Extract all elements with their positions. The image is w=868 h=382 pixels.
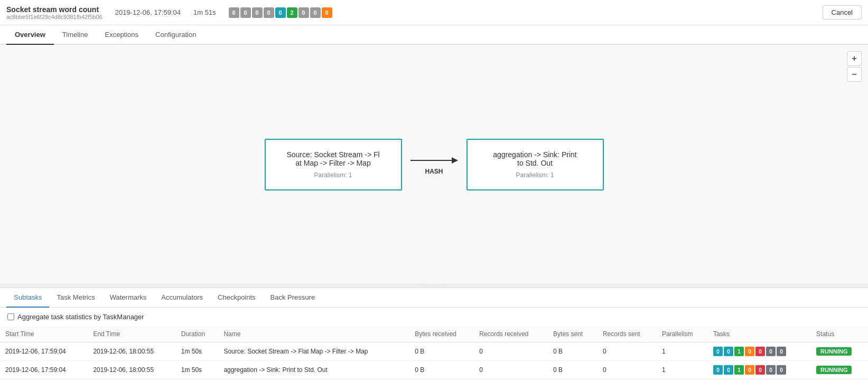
arrow-svg [410, 154, 458, 167]
mini-badge: 0 [724, 347, 733, 356]
tab-configuration[interactable]: Configuration [147, 25, 204, 45]
mini-badge: 0 [745, 365, 754, 375]
tab-exceptions[interactable]: Exceptions [96, 25, 147, 45]
mini-badge: 0 [724, 365, 733, 375]
mini-badge: 0 [766, 365, 776, 375]
cell-status: RUNNING [811, 342, 868, 361]
badge-7: 0 [310, 7, 321, 18]
cell-bytes-sent: 0 B [548, 342, 598, 361]
flow-node-2[interactable]: aggregation -> Sink: Printto Std. Out Pa… [466, 139, 604, 190]
badge-0: 0 [229, 7, 239, 18]
job-info: Socket stream word count ac8bbe5f1e6f29c… [6, 5, 102, 20]
table-row[interactable]: 2019-12-06, 17:59:042019-12-06, 18:00:55… [0, 361, 868, 379]
mini-badge: 0 [777, 365, 786, 375]
mini-badge: 0 [777, 347, 786, 356]
table-row[interactable]: 2019-12-06, 17:59:042019-12-06, 18:00:55… [0, 342, 868, 361]
cell-end-time: 2019-12-06, 18:00:55 [88, 361, 175, 379]
node-2-label: aggregation -> Sink: Printto Std. Out [480, 150, 590, 167]
bottom-panel: Subtasks Task Metrics Watermarks Accumul… [0, 288, 868, 379]
zoom-in-button[interactable]: + [847, 51, 862, 66]
mini-badge: 0 [713, 365, 723, 375]
subtab-task-metrics[interactable]: Task Metrics [49, 288, 102, 308]
mini-badge: 1 [734, 347, 744, 356]
nav-tabs: Overview Timeline Exceptions Configurati… [0, 25, 868, 45]
arrow-line [410, 154, 458, 167]
col-bytes-sent: Bytes sent [548, 326, 598, 342]
subtasks-table: Start Time End Time Duration Name Bytes … [0, 326, 868, 379]
cancel-button[interactable]: Cancel [823, 5, 862, 20]
col-tasks: Tasks [708, 326, 811, 342]
cell-records-received: 0 [474, 342, 548, 361]
cell-start-time: 2019-12-06, 17:59:04 [0, 361, 88, 379]
col-start-time: Start Time [0, 326, 88, 342]
cell-start-time: 2019-12-06, 17:59:04 [0, 342, 88, 361]
job-timestamp: 2019-12-06, 17:59:04 [115, 8, 181, 16]
cell-tasks: 0010000 [708, 361, 811, 379]
mini-badge: 0 [766, 347, 776, 356]
subtab-checkpoints[interactable]: Checkpoints [210, 288, 263, 308]
subtab-subtasks[interactable]: Subtasks [6, 288, 49, 308]
flow-edge: HASH [410, 154, 458, 175]
node-1-label: Source: Socket Stream -> Flat Map -> Fil… [278, 150, 388, 167]
tab-overview[interactable]: Overview [6, 25, 54, 45]
col-records-sent: Records sent [598, 326, 657, 342]
badge-5: 2 [287, 7, 297, 18]
cell-end-time: 2019-12-06, 18:00:55 [88, 342, 175, 361]
table-header-row: Start Time End Time Duration Name Bytes … [0, 326, 868, 342]
mini-badge: 0 [755, 347, 765, 356]
cell-bytes-received: 0 B [409, 342, 474, 361]
mini-badge: 0 [713, 347, 723, 356]
zoom-out-button[interactable]: − [847, 67, 862, 82]
cell-records-sent: 0 [598, 361, 657, 379]
tab-timeline[interactable]: Timeline [54, 25, 97, 45]
flow-node-1[interactable]: Source: Socket Stream -> Flat Map -> Fil… [265, 139, 402, 190]
edge-label: HASH [425, 168, 443, 175]
node-2-parallelism: Parallelism: 1 [480, 171, 590, 179]
cell-task-name: aggregation -> Sink: Print to Std. Out [218, 361, 409, 379]
col-status: Status [811, 326, 868, 342]
subtab-accumulators[interactable]: Accumulators [154, 288, 210, 308]
cell-parallelism: 1 [657, 361, 708, 379]
aggregate-checkbox-row: Aggregate task statistics by TaskManager [0, 308, 868, 326]
badge-8: 0 [322, 7, 332, 18]
cell-bytes-received: 0 B [409, 361, 474, 379]
aggregate-checkbox[interactable] [7, 313, 14, 320]
col-duration: Duration [176, 326, 219, 342]
badge-6: 0 [298, 7, 309, 18]
col-name: Name [218, 326, 409, 342]
cell-bytes-sent: 0 B [548, 361, 598, 379]
header: Socket stream word count ac8bbe5f1e6f29c… [0, 0, 868, 25]
subtab-back-pressure[interactable]: Back Pressure [263, 288, 323, 308]
cell-records-received: 0 [474, 361, 548, 379]
flow-container: Source: Socket Stream -> Flat Map -> Fil… [0, 45, 868, 284]
badge-4: 0 [275, 7, 286, 18]
mini-badge: 0 [745, 347, 754, 356]
col-end-time: End Time [88, 326, 175, 342]
node-1-parallelism: Parallelism: 1 [278, 171, 388, 179]
status-badge: RUNNING [816, 347, 852, 356]
status-badge: RUNNING [816, 366, 852, 374]
job-id: ac8bbe5f1e6f29c4d8c9381fb42f5b06 [6, 14, 102, 20]
badge-3: 0 [264, 7, 274, 18]
cell-records-sent: 0 [598, 342, 657, 361]
mini-badge: 1 [734, 365, 744, 375]
badge-1: 0 [240, 7, 251, 18]
badge-2: 0 [252, 7, 263, 18]
cell-tasks: 0010000 [708, 342, 811, 361]
resizer[interactable]: ·········· [0, 284, 868, 288]
graph-area: + − Source: Socket Stream -> Flat Map ->… [0, 45, 868, 284]
col-records-received: Records received [474, 326, 548, 342]
cell-parallelism: 1 [657, 342, 708, 361]
col-bytes-received: Bytes received [409, 326, 474, 342]
subtab-watermarks[interactable]: Watermarks [102, 288, 154, 308]
cell-task-name: Source: Socket Stream -> Flat Map -> Fil… [218, 342, 409, 361]
svg-marker-1 [452, 157, 458, 164]
aggregate-checkbox-label[interactable]: Aggregate task statistics by TaskManager [17, 313, 144, 321]
zoom-controls: + − [847, 51, 862, 82]
main-content: + − Source: Socket Stream -> Flat Map ->… [0, 45, 868, 379]
cell-duration: 1m 50s [176, 361, 219, 379]
job-duration: 1m 51s [193, 8, 216, 16]
job-title: Socket stream word count [6, 5, 102, 14]
cell-duration: 1m 50s [176, 342, 219, 361]
col-parallelism: Parallelism [657, 326, 708, 342]
